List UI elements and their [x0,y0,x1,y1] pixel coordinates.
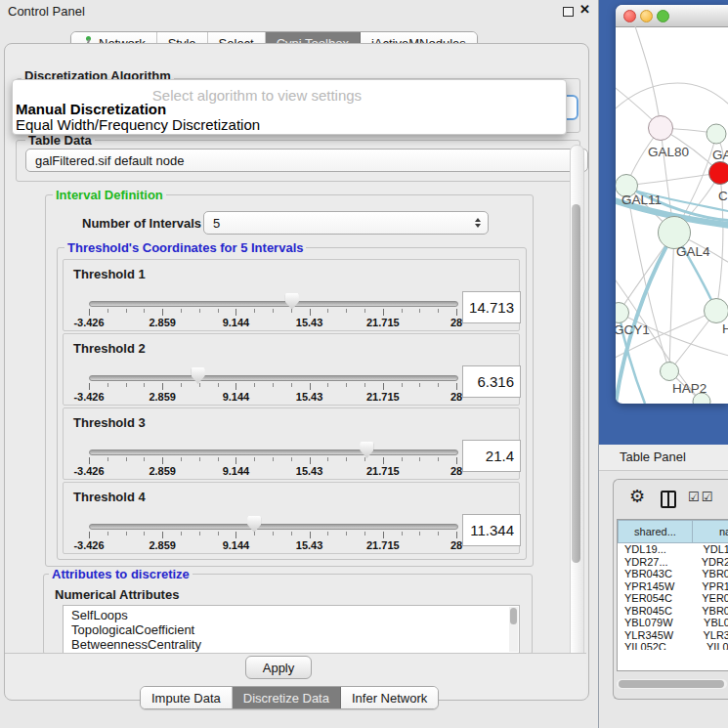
table-data-label: Table Data [25,133,95,148]
threshold-3-panel: Threshold 3 -3.4262.8599.14415.4321.7152… [63,407,520,480]
table-row[interactable]: YDL19...YDL1 [618,543,728,556]
tab-infer-network[interactable]: Infer Network [341,687,438,708]
table-panel-titlebar: Table Panel [599,445,728,471]
threshold-2-panel: Threshold 2 -3.4262.8599.14415.4321.7152… [63,333,520,406]
close-window-icon[interactable] [623,10,636,22]
threshold-2-slider-thumb[interactable] [192,367,205,384]
table-row[interactable]: YLR345WYLR3 [618,629,728,642]
network-canvas[interactable]: GAL80 GA C GAL11 GAL4 GCY1 H HAP2 [616,26,728,404]
select-columns-icons[interactable]: ☑☑ [688,490,714,504]
attributes-group-label: Attributes to discretize [49,567,193,581]
label-gal11: GAL11 [621,193,662,207]
scrollbar-thumb[interactable] [619,680,724,688]
table-row[interactable]: YBR043CYBR0 [618,568,728,580]
close-panel-icon[interactable]: ✕ [579,2,590,17]
label-partial-top-right: GA [712,148,728,162]
node-top-right[interactable] [707,124,726,144]
node-gcy1[interactable] [616,303,629,323]
network-window-titlebar[interactable] [616,5,728,27]
list-item[interactable]: SelfLoops [71,608,128,622]
thresholds-group-label: Threshold's Coordinates for 5 Intervals [64,240,306,255]
algorithm-dropdown-popup: Select algorithm to view settings Manual… [12,79,567,135]
threshold-3-slider-thumb[interactable] [360,442,373,458]
popup-item-equal-width-frequency[interactable]: Equal Width/Frequency Discretization [16,116,260,133]
table-row[interactable]: YER054CYER0 [618,592,728,605]
threshold-1-value-field[interactable]: 14.713 [462,291,521,323]
threshold-4-panel: Threshold 4 -3.4262.8599.14415.4321.7152… [63,482,520,554]
column-header-shared-name[interactable]: shared... [618,520,693,543]
threshold-2-value-field[interactable]: 6.316 [462,365,521,398]
threshold-1-panel: Threshold 1 -3.4262.8599.14415.4321.7152… [63,259,520,331]
label-hap2: HAP2 [672,381,707,396]
attributes-list-scrollbar[interactable] [509,607,518,652]
table-row[interactable]: YPR145WYPR1 [618,580,728,593]
numerical-attributes-list: SelfLoops TopologicalCoefficient Between… [63,605,520,655]
list-item[interactable]: TopologicalCoefficient [71,622,194,637]
node-red[interactable] [709,162,728,185]
number-of-intervals-label: Number of Intervals [82,216,201,231]
table-panel-container: ⚙ ☑☑ shared... na YDL19...YDL1 YDR27...Y… [613,479,728,700]
label-partial-red: C [718,189,728,203]
table-row[interactable]: YIL052CYIL0 [618,641,728,650]
columns-icon[interactable] [661,491,676,508]
node-right[interactable] [705,299,728,323]
stepper-icon [475,218,481,228]
control-panel-title: Control Panel [8,4,85,19]
gear-icon[interactable]: ⚙ [629,488,645,505]
table-rows: YDL19...YDL1 YDR27...YDR2 YBR043CYBR0 YP… [618,543,728,650]
threshold-4-label: Threshold 4 [73,490,146,504]
threshold-1-slider-thumb[interactable] [285,293,299,310]
label-gal4: GAL4 [676,244,710,259]
slider-tick-labels: -3.4262.8599.14415.4321.71528 [89,391,456,403]
label-partial-right: H [722,321,728,336]
table-panel: Table Panel ⚙ ☑☑ shared... na YDL19...YD… [599,445,728,728]
minimize-window-icon[interactable] [640,10,653,22]
table-row[interactable]: YBL079WYBL0 [618,617,728,629]
tab-impute-data[interactable]: Impute Data [141,687,233,708]
network-view-window[interactable]: GAL80 GA C GAL11 GAL4 GCY1 H HAP2 [616,5,728,404]
threshold-3-label: Threshold 3 [73,415,146,430]
float-panel-icon[interactable] [563,7,574,17]
slider-tick-labels: -3.4262.8599.14415.4321.71528 [89,465,456,477]
numerical-attributes-label: Numerical Attributes [55,587,179,602]
table-row[interactable]: YDR27...YDR2 [618,556,728,569]
control-panel: Control Panel ✕ Network Style Select Cyn… [0,0,599,728]
slider-ticks [89,457,456,465]
slider-tick-labels: -3.4262.8599.14415.4321.71528 [89,539,456,551]
tab-discretize-data[interactable]: Discretize Data [233,687,341,708]
node-table: shared... na YDL19...YDL1 YDR27...YDR2 Y… [617,519,728,671]
table-row[interactable]: YBR045CYBR0 [618,605,728,618]
column-header-name[interactable]: na [692,520,728,543]
threshold-3-value-field[interactable]: 21.4 [462,440,521,472]
table-data-combobox[interactable]: galFiltered.sif default node [25,149,588,172]
interval-definition-label: Interval Definition [53,188,166,202]
cyni-mode-tabs: Impute Data Discretize Data Infer Networ… [140,686,439,709]
threshold-2-label: Threshold 2 [73,341,146,356]
label-gal80: GAL80 [648,145,689,159]
application-root: Control Panel ✕ Network Style Select Cyn… [0,0,728,728]
zoom-window-icon[interactable] [657,10,669,22]
node-hap2[interactable] [661,363,679,381]
table-panel-title: Table Panel [620,450,686,464]
label-gcy1: GCY1 [616,322,650,337]
popup-item-manual-discretization[interactable]: Manual Discretization [16,101,166,117]
slider-ticks [89,532,456,539]
number-of-intervals-value: 5 [213,216,220,231]
apply-button[interactable]: Apply [245,656,312,679]
slider-ticks [89,309,456,317]
table-horizontal-scrollbar[interactable] [617,679,727,689]
node-gal80[interactable] [649,116,673,141]
list-item[interactable]: BetweennessCentrality [71,637,201,652]
threshold-4-slider-thumb[interactable] [247,516,261,533]
slider-tick-labels: -3.4262.8599.14415.4321.71528 [89,317,456,328]
scrollbar-thumb[interactable] [572,204,580,563]
table-data-value: galFiltered.sif default node [35,153,184,168]
panel-vertical-scrollbar[interactable] [570,145,584,679]
threshold-4-value-field[interactable]: 11.344 [462,514,521,546]
number-of-intervals-combobox[interactable]: 5 [203,211,489,235]
threshold-1-label: Threshold 1 [73,267,146,281]
slider-ticks [89,383,456,391]
